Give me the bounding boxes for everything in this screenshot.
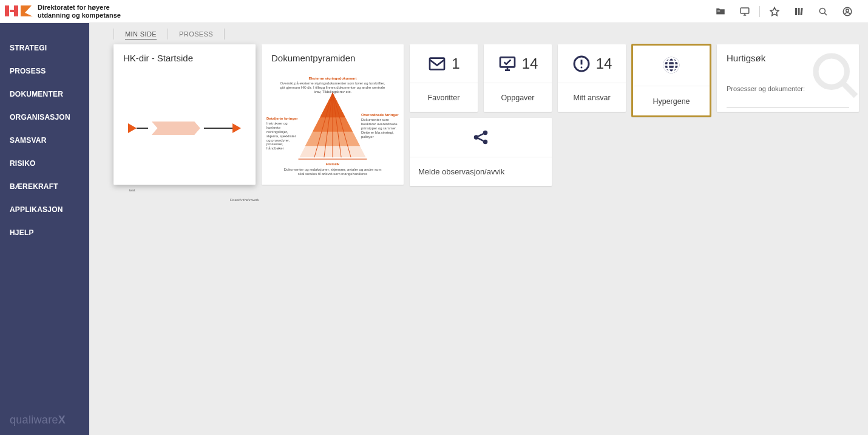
pyramid-top-title: Eksterne styringsdokument bbox=[308, 77, 356, 81]
card-dokumentpyramiden[interactable]: Dokumentpyramiden bbox=[262, 44, 404, 185]
library-icon[interactable] bbox=[787, 0, 811, 23]
svg-rect-3 bbox=[717, 10, 721, 11]
sidebar-item-samsvar[interactable]: SAMSVAR bbox=[0, 129, 89, 152]
col-4: 14 Mitt ansvar bbox=[558, 44, 626, 112]
search-title: Hurtigsøk bbox=[717, 44, 859, 83]
tab-minside[interactable]: MIN SIDE bbox=[114, 30, 168, 38]
svg-rect-1 bbox=[10, 10, 14, 12]
sidebar-items: STRATEGI PROSESS DOKUMENTER ORGANISASJON… bbox=[0, 36, 89, 244]
monitor-check-icon bbox=[498, 54, 517, 74]
search-input[interactable] bbox=[727, 95, 849, 108]
metric-count: 14 bbox=[522, 55, 538, 72]
sidebar-item-label: HJELP bbox=[10, 228, 34, 237]
svg-rect-2 bbox=[14, 5, 18, 16]
col-1: HK-dir - Startside test Doesit\nthe\nwor… bbox=[114, 44, 256, 185]
search-label: Prosesser og dokumenter: bbox=[727, 85, 805, 92]
sidebar-item-label: ORGANISASJON bbox=[10, 113, 70, 122]
footer-brand-text: qualiware bbox=[10, 414, 58, 426]
sidebar-item-strategi[interactable]: STRATEGI bbox=[0, 36, 89, 60]
metric-melde-observasjon[interactable]: Melde observasjon/avvik bbox=[410, 118, 552, 186]
svg-rect-0 bbox=[5, 5, 9, 16]
sidebar-item-label: DOKUMENTER bbox=[10, 90, 63, 98]
share-icon bbox=[470, 128, 491, 146]
pyramid-bottom-title: Historik bbox=[326, 162, 339, 166]
sidebar-item-label: RISIKO bbox=[10, 159, 36, 168]
brand-line2: utdanning og kompetanse bbox=[38, 12, 121, 19]
metric-label: Melde observasjon/avvik bbox=[410, 157, 552, 186]
brand-text: Direktoratet for høyere utdanning og kom… bbox=[38, 4, 121, 18]
sidebar-item-organisasjon[interactable]: ORGANISASJON bbox=[0, 106, 89, 129]
sidebar-item-label: BÆREKRAFT bbox=[10, 182, 58, 191]
tab-separator bbox=[224, 29, 225, 39]
search-title-text: Hurtigsøk bbox=[727, 53, 765, 63]
svg-point-23 bbox=[474, 135, 479, 140]
sidebar-item-risiko[interactable]: RISIKO bbox=[0, 152, 89, 175]
sidebar-item-label: PROSESS bbox=[10, 67, 46, 75]
sidebar-item-baerekraft[interactable]: BÆREKRAFT bbox=[0, 175, 89, 198]
sidebar-item-label: SAMSVAR bbox=[10, 136, 47, 145]
sidebar-item-label: STRATEGI bbox=[10, 44, 47, 52]
metric-hypergene[interactable]: Hypergene bbox=[632, 44, 711, 117]
svg-point-27 bbox=[580, 66, 582, 68]
metric-oppgaver[interactable]: 14 Oppgaver bbox=[484, 44, 552, 112]
metric-favoritter[interactable]: 1 Favoritter bbox=[410, 44, 478, 112]
folder-icon[interactable] bbox=[708, 0, 733, 23]
svg-point-10 bbox=[846, 9, 849, 12]
mail-icon bbox=[427, 54, 447, 74]
metric-mitt-ansvar[interactable]: 14 Mitt ansvar bbox=[558, 44, 626, 112]
metric-count: 14 bbox=[596, 55, 612, 72]
sidebar-footer-brand: qualiwareX bbox=[0, 414, 89, 435]
svg-rect-21 bbox=[430, 58, 444, 69]
brand: Direktoratet for høyere utdanning og kom… bbox=[5, 4, 121, 18]
metric-label: Hypergene bbox=[632, 86, 711, 117]
card-title: HK-dir - Startside bbox=[114, 44, 256, 67]
arrowhead-icon bbox=[232, 123, 241, 133]
metric-label: Mitt ansvar bbox=[558, 83, 626, 112]
card-title: Dokumentpyramiden bbox=[262, 44, 404, 67]
globe-icon bbox=[662, 55, 681, 75]
process-label-left: test bbox=[129, 188, 135, 192]
svg-point-8 bbox=[819, 8, 825, 13]
svg-rect-7 bbox=[800, 7, 802, 15]
alert-circle-icon bbox=[572, 54, 591, 74]
pyramid-bottom-sub: Dokumenter og redaksjoner, skjemaer, avt… bbox=[281, 168, 384, 176]
sidebar-item-hjelp[interactable]: HJELP bbox=[0, 221, 89, 244]
brand-logo bbox=[5, 4, 33, 19]
process-step bbox=[152, 122, 200, 135]
svg-rect-4 bbox=[741, 8, 749, 13]
card-startside[interactable]: HK-dir - Startside test Doesit\nthe\nwor… bbox=[114, 44, 256, 185]
tabs: MIN SIDE PROSESS bbox=[89, 23, 868, 44]
pyramid-left-title: Detaljerte føringer bbox=[266, 117, 300, 121]
sidebar-item-dokumenter[interactable]: DOKUMENTER bbox=[0, 83, 89, 106]
pyramid-diagram: Eksterne styringsdokument Oversikt på ek… bbox=[262, 67, 404, 185]
top-header: Direktoratet for høyere utdanning og kom… bbox=[0, 0, 868, 23]
col-6: Hurtigsøk Prosesser og dokumenter: bbox=[717, 44, 859, 112]
col-5: Hypergene bbox=[632, 44, 711, 117]
search-icon[interactable] bbox=[811, 0, 835, 23]
process-diagram: test Doesit\nthe\nwork bbox=[114, 67, 256, 185]
pyramid-right-sub: Dokumenter som beskriver overordnede pri… bbox=[361, 118, 399, 139]
col-2: Dokumentpyramiden bbox=[262, 44, 404, 185]
arrowhead-icon bbox=[128, 123, 137, 133]
monitor-icon[interactable] bbox=[733, 0, 757, 23]
header-divider bbox=[759, 6, 760, 17]
sidebar: STRATEGI PROSESS DOKUMENTER ORGANISASJON… bbox=[0, 23, 89, 435]
star-icon[interactable] bbox=[762, 0, 787, 23]
account-icon[interactable] bbox=[835, 0, 860, 23]
metric-count: 1 bbox=[452, 55, 459, 72]
svg-point-24 bbox=[483, 131, 488, 135]
pyramid-top-sub: Oversikt på eksterne styringsdokumenter … bbox=[280, 81, 385, 94]
metric-label: Favoritter bbox=[410, 83, 478, 112]
tab-prosess[interactable]: PROSESS bbox=[168, 30, 224, 38]
svg-rect-6 bbox=[798, 8, 800, 15]
search-row: Prosesser og dokumenter: bbox=[717, 83, 859, 108]
sidebar-item-applikasjon[interactable]: APPLIKASJON bbox=[0, 198, 89, 221]
pyramid-right-title: Overordnede føringer bbox=[361, 113, 399, 117]
dashboard-grid: HK-dir - Startside test Doesit\nthe\nwor… bbox=[89, 44, 868, 210]
svg-rect-5 bbox=[795, 8, 797, 15]
sidebar-item-prosess[interactable]: PROSESS bbox=[0, 60, 89, 83]
brand-line1: Direktoratet for høyere bbox=[38, 4, 121, 11]
process-label-right: Doesit\nthe\nwork bbox=[230, 198, 242, 202]
metric-label: Oppgaver bbox=[484, 83, 552, 112]
footer-brand-x: X bbox=[58, 414, 66, 426]
